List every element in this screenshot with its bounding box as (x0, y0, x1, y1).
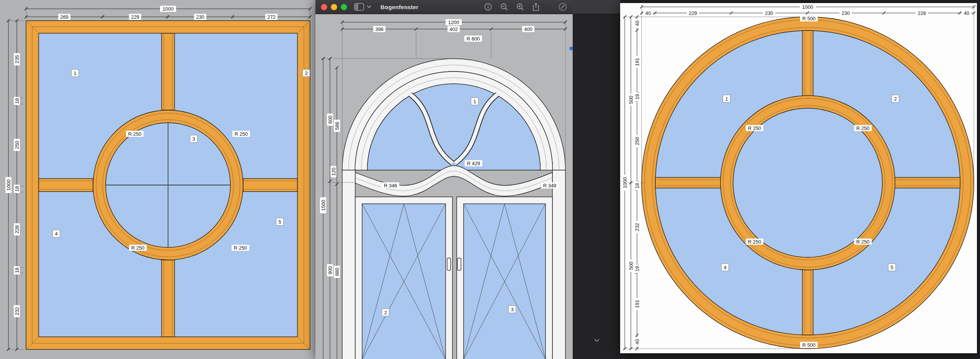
radius-label: R 250 (748, 239, 761, 245)
radius-label: R 600 (467, 36, 480, 42)
pane-label: 5 (890, 265, 893, 270)
dim-label: 19 (634, 266, 640, 271)
dim-label: 40 (964, 10, 969, 16)
dim-label: 18 (14, 98, 20, 104)
door-handle-left (447, 258, 451, 270)
dim-label: 900 (327, 266, 333, 275)
zoom-button[interactable] (341, 4, 347, 10)
dim-label: 398 (375, 26, 384, 32)
radius-label: R 429 (467, 161, 480, 166)
dim-label: 272 (267, 14, 276, 20)
dim-label: 600 (327, 115, 333, 124)
chevron-down-icon (594, 339, 599, 342)
dim-label: 500 (628, 96, 634, 104)
dim-label: 402 (449, 26, 458, 32)
dim-label: 228 (14, 225, 20, 234)
dim-label: 191 (634, 300, 640, 308)
chevron-down-icon[interactable] (367, 5, 371, 8)
radius-label: R 250 (234, 245, 247, 251)
dim-label: 400 (524, 26, 532, 32)
dim-label: 880 (334, 268, 340, 276)
dim-label: 250 (634, 137, 640, 145)
pane-label: 2 (894, 96, 897, 102)
radius-label: R 500 (802, 342, 816, 348)
pane-label: 2 (384, 310, 387, 315)
pane-label: 1 (473, 99, 476, 104)
dim-label: 500 (628, 262, 634, 270)
pane-label: 1 (725, 96, 728, 102)
window-title: Bogenfenster (381, 4, 418, 10)
arch-window-drawing: 1200 398 402 400 R 600 R 429 R 346 R 349… (315, 14, 573, 359)
blue-annotation-dot (569, 47, 573, 50)
round-window-drawing: 1000 40 229 230 230 228 40 1000 500 500 … (620, 3, 977, 353)
radius-label: R 500 (802, 16, 816, 21)
pane-label: 2 (305, 70, 307, 76)
close-button[interactable] (321, 4, 327, 10)
pane-label: 3 (192, 136, 195, 142)
radius-label: R 349 (543, 183, 557, 188)
markup-pencil-icon[interactable] (558, 2, 567, 11)
dim-label: 269 (60, 14, 69, 20)
pane-label: 4 (724, 265, 726, 270)
radius-label: R 250 (748, 125, 761, 131)
dim-label: 19 (634, 94, 640, 99)
dim-label: 232 (14, 307, 20, 315)
arch-frame (342, 59, 565, 171)
zoom-out-icon[interactable] (500, 3, 508, 11)
titlebar: Bogenfenster (315, 0, 573, 14)
dim-label: 40 (645, 10, 651, 16)
radius-label: R 346 (384, 183, 397, 188)
window-frame (26, 21, 310, 349)
radius-label: R 250 (856, 239, 870, 245)
pane-label: 3 (511, 307, 513, 312)
radius-label: R 250 (128, 131, 142, 137)
dim-label: 229 (689, 10, 697, 16)
radius-label: R 250 (131, 245, 145, 251)
dim-label: 1000 (622, 177, 628, 188)
bogenfenster-window: Bogenfenster (315, 0, 573, 359)
left-drawing-panel: 1000 269 229 230 272 1000 235 18 250 18 … (0, 0, 315, 359)
toolbar-actions (484, 2, 567, 11)
dim-label: 18 (14, 268, 20, 273)
dim-label: 1000 (802, 4, 813, 10)
sidebar-toggle-icon[interactable] (354, 3, 364, 11)
round-window-drawing-panel: 1000 40 229 230 230 228 40 1000 500 500 … (620, 3, 977, 353)
radius-label: R 250 (856, 125, 870, 131)
background-titlebar-strip (573, 0, 620, 14)
door-handle-right (457, 258, 461, 270)
dim-label: 230 (765, 10, 773, 16)
dim-label: 18 (634, 183, 640, 188)
dim-label: 1200 (448, 19, 459, 25)
dim-label: 191 (634, 58, 640, 66)
dim-label: 40 (634, 339, 640, 344)
desktop-background (573, 0, 620, 359)
dim-label: 586 (334, 122, 340, 130)
pane-label: 4 (55, 231, 57, 237)
dim-label: 230 (196, 14, 204, 20)
dim-label: 230 (841, 10, 850, 16)
zoom-in-icon[interactable] (516, 3, 524, 11)
minimize-button[interactable] (331, 4, 337, 10)
dim-label: 18 (14, 186, 20, 192)
dim-label: 1000 (6, 180, 11, 191)
dim-label: 40 (634, 21, 640, 26)
dim-label: 120 (331, 167, 336, 176)
round-window-frame (642, 17, 974, 349)
dim-label: 250 (14, 141, 20, 149)
door-leaves (342, 170, 565, 359)
radius-label: R 250 (235, 131, 248, 137)
dim-label: 232 (634, 223, 640, 231)
pane-label: 1 (74, 70, 76, 76)
dim-label: 1500 (320, 200, 326, 211)
dim-label: 229 (131, 14, 139, 20)
info-icon[interactable] (484, 3, 492, 11)
pane-label: 5 (278, 219, 281, 225)
screenshot-root: 1000 269 229 230 272 1000 235 18 250 18 … (0, 0, 980, 359)
share-icon[interactable] (532, 2, 540, 11)
left-technical-drawing: 1000 269 229 230 272 1000 235 18 250 18 … (0, 0, 315, 359)
dim-label: 1000 (163, 6, 174, 12)
dim-label: 228 (918, 10, 926, 16)
dim-label: 235 (14, 55, 20, 63)
traffic-lights (321, 4, 347, 10)
